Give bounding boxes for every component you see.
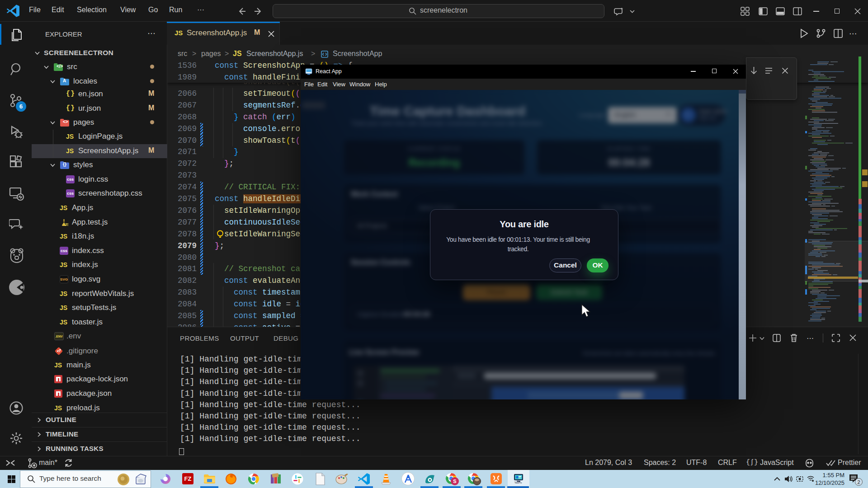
svg-text:JS: JS <box>65 222 68 227</box>
svg-text:TaskPro: TaskPro <box>514 482 522 484</box>
